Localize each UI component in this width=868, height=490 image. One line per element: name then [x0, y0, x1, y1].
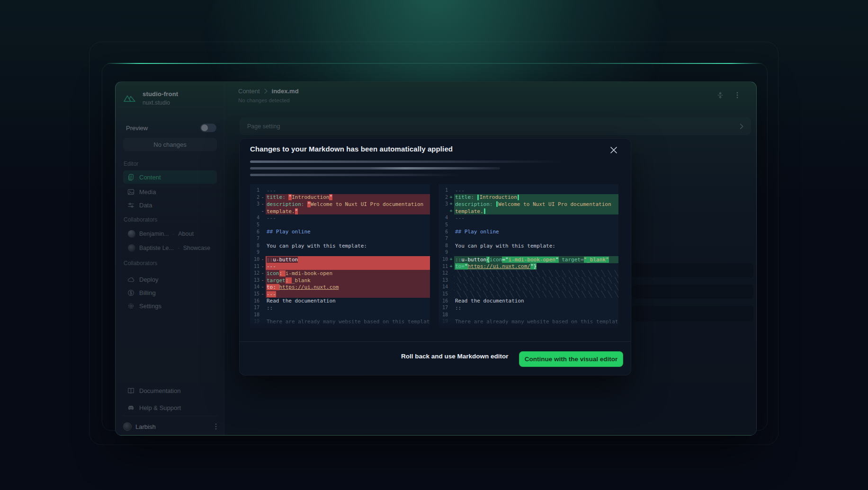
- modal-title: Changes to your Markdown has been automa…: [250, 145, 453, 153]
- diff-line: 11----: [250, 263, 430, 270]
- diff-marker: -: [260, 291, 266, 298]
- line-number: 19: [250, 318, 260, 325]
- markdown-changes-modal: Changes to your Markdown has been automa…: [239, 138, 631, 375]
- code-cell: [454, 277, 618, 284]
- diff-marker: [448, 291, 454, 298]
- line-number: 12: [438, 270, 448, 277]
- line-number: 18: [250, 312, 260, 319]
- line-number: 13: [250, 277, 260, 284]
- code-cell: There are already many website based on …: [454, 318, 618, 325]
- diff-line: 15----: [250, 291, 430, 298]
- diff-line: 4---: [250, 214, 430, 222]
- code-cell: ::u-button{icon="i-mdi-book-open" target…: [454, 256, 618, 263]
- diff-line: 16Read the documentation: [250, 298, 430, 305]
- diff-marker: +: [448, 263, 454, 270]
- diff-line: 19There are already many website based o…: [250, 318, 430, 325]
- line-number: 9: [250, 249, 260, 256]
- line-number: 12: [250, 270, 260, 277]
- line-number: 4: [250, 214, 260, 222]
- diff-line: 8You can play with this template:: [438, 242, 618, 249]
- code-cell: ---: [454, 187, 618, 194]
- diff-line: 13-target: _blank: [250, 277, 430, 284]
- code-cell: [454, 249, 618, 256]
- skeleton-line: [250, 174, 459, 176]
- diff-marker: -: [260, 277, 266, 284]
- line-number: 15: [250, 291, 260, 298]
- diff-line: 6## Play online: [438, 229, 618, 236]
- code-cell: ---: [266, 263, 430, 270]
- diff-line: 18: [250, 312, 430, 319]
- diff-marker: -: [260, 256, 266, 263]
- diff-line: 17::: [438, 304, 618, 312]
- diff-line: 7: [250, 235, 430, 242]
- code-cell: [266, 235, 430, 242]
- continue-visual-editor-button[interactable]: Continue with the visual editor: [519, 351, 623, 367]
- code-cell: ::u-button: [266, 256, 430, 263]
- code-cell: ::: [454, 304, 618, 312]
- code-cell: title: "Introduction": [266, 194, 430, 201]
- diff-line: 2-title: "Introduction": [250, 194, 430, 201]
- diff-line: 8You can play with this template:: [250, 242, 430, 249]
- line-number: 11: [438, 263, 448, 270]
- code-cell: [454, 312, 618, 319]
- diff-line: 9: [438, 249, 618, 256]
- diff-marker: [448, 187, 454, 194]
- code-cell: ::: [266, 304, 430, 312]
- diff-line: 19There are already many website based o…: [438, 318, 618, 325]
- diff-line: 1---: [250, 187, 430, 194]
- line-number: 17: [250, 304, 260, 312]
- diff-marker: -: [260, 194, 266, 201]
- code-cell: ---: [454, 214, 618, 222]
- diff-marker: [448, 270, 454, 277]
- code-cell: ## Play online: [266, 229, 430, 236]
- code-cell: [454, 284, 618, 291]
- code-cell: [454, 270, 618, 277]
- diff-marker: +: [448, 194, 454, 201]
- code-cell: to="https://ui.nuxt.com/"}: [454, 263, 618, 270]
- line-number: 10: [250, 256, 260, 263]
- close-icon[interactable]: [609, 145, 618, 155]
- line-number: 11: [250, 263, 260, 270]
- code-cell: icon: i-mdi-book-open: [266, 270, 430, 277]
- diff-marker: +: [448, 201, 454, 208]
- line-number: 5: [438, 222, 448, 229]
- line-number: 10: [438, 256, 448, 263]
- code-cell: [454, 222, 618, 229]
- line-number: 8: [438, 242, 448, 249]
- diff-marker: [260, 187, 266, 194]
- diff-marker: [260, 222, 266, 229]
- line-number: 14: [438, 284, 448, 291]
- diff-line: 18: [438, 312, 618, 319]
- line-number: 3: [438, 201, 448, 208]
- rollback-button[interactable]: Roll back and use Markdown editor: [401, 353, 509, 360]
- diff-line: 3+description: Welcome to Nuxt UI Pro do…: [438, 201, 618, 208]
- diff-line: 1---: [438, 187, 618, 194]
- diff-marker: [448, 214, 454, 222]
- code-cell: template.": [266, 208, 430, 215]
- line-number: 1: [250, 187, 260, 194]
- diff-marker: [448, 312, 454, 319]
- diff-line: 13: [438, 277, 618, 284]
- diff-line: 10-::u-button: [250, 256, 430, 263]
- line-number: 15: [438, 291, 448, 298]
- line-number: 1: [438, 187, 448, 194]
- diff-panel-modified[interactable]: 1---2+title: Introduction3+description: …: [438, 184, 618, 332]
- diff-panel-original[interactable]: 1---2-title: "Introduction"3-description…: [250, 184, 430, 332]
- diff-marker: [448, 229, 454, 236]
- diff-line: 6## Play online: [250, 229, 430, 236]
- diff-line: 7: [438, 235, 618, 242]
- diff-line: 2+title: Introduction: [438, 194, 618, 201]
- code-cell: You can play with this template:: [454, 242, 618, 249]
- diff-marker: +: [448, 208, 454, 215]
- line-number: 4: [438, 214, 448, 222]
- diff-marker: [448, 222, 454, 229]
- diff-marker: [448, 298, 454, 305]
- diff-line: 3-description: "Welcome to Nuxt UI Pro d…: [250, 201, 430, 208]
- diff-marker: [448, 318, 454, 325]
- diff-line: 16Read the documentation: [438, 298, 618, 305]
- code-cell: description: Welcome to Nuxt UI Pro docu…: [454, 201, 618, 208]
- code-cell: [454, 235, 618, 242]
- code-cell: [266, 222, 430, 229]
- code-cell: Read the documentation: [454, 298, 618, 305]
- line-number: 7: [250, 235, 260, 242]
